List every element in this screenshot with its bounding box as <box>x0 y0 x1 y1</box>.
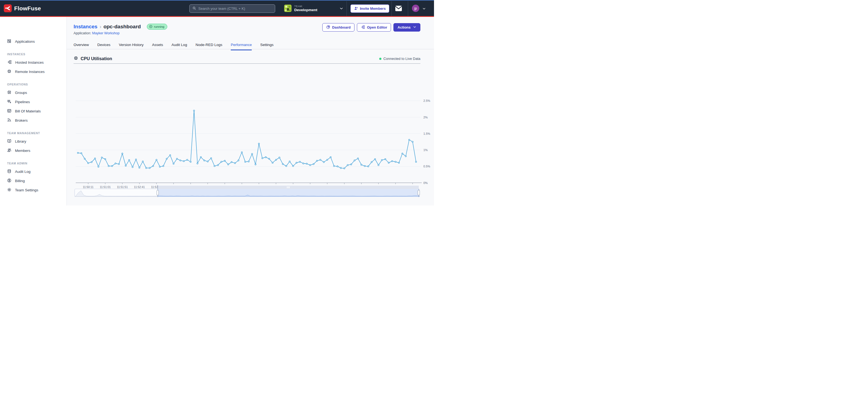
y-axis-label: 1% <box>423 148 428 151</box>
brush-left-handle[interactable] <box>157 190 159 195</box>
data-point <box>374 159 376 160</box>
data-point <box>176 158 178 160</box>
sidebar-item-library[interactable]: Library <box>0 137 66 146</box>
breadcrumb-separator: › <box>100 24 101 30</box>
data-point <box>234 163 236 164</box>
data-point <box>187 159 188 161</box>
y-axis-label: 2% <box>423 116 428 119</box>
data-point <box>392 161 393 162</box>
data-point <box>381 160 382 161</box>
data-point <box>94 158 96 159</box>
x-axis-label: 11:50:11 <box>83 185 93 189</box>
header-buttons: Dashboard Open Editor Actions <box>322 23 421 32</box>
data-point <box>152 166 154 167</box>
brush-right-handle[interactable] <box>418 190 420 195</box>
brush-selection[interactable] <box>158 189 419 197</box>
data-point <box>146 167 147 169</box>
sidebar-item-applications[interactable]: Applications <box>0 37 66 46</box>
dashboard-button[interactable]: Dashboard <box>322 23 354 32</box>
data-point <box>299 161 301 163</box>
data-point <box>159 166 161 167</box>
search-input[interactable] <box>198 6 272 11</box>
data-point <box>279 157 280 158</box>
sidebar-item-team-settings[interactable]: Team Settings <box>0 185 66 195</box>
data-point <box>361 164 362 166</box>
brush-grip-icon[interactable] <box>288 186 288 189</box>
actions-button[interactable]: Actions <box>394 23 421 32</box>
team-name: Development <box>294 8 317 12</box>
sidebar-item-groups[interactable]: Groups <box>0 88 66 97</box>
breadcrumb-instances-link[interactable]: Instances <box>73 24 97 30</box>
data-point <box>323 162 324 163</box>
data-point <box>398 162 400 164</box>
user-avatar[interactable]: jp <box>412 5 419 12</box>
data-point <box>112 166 113 167</box>
data-point <box>306 163 308 164</box>
data-point <box>118 164 120 165</box>
team-chevron-down-icon[interactable] <box>339 6 343 11</box>
avatar-initials: jp <box>414 6 417 10</box>
data-point <box>135 159 137 160</box>
data-point <box>197 163 198 164</box>
chip-icon <box>7 69 11 74</box>
rss-icon <box>7 118 11 123</box>
data-point <box>402 153 403 154</box>
open-editor-button[interactable]: Open Editor <box>357 23 391 32</box>
flowfuse-logo-icon[interactable] <box>4 4 12 12</box>
data-point <box>122 153 123 154</box>
sidebar-item-billing[interactable]: Billing <box>0 176 66 185</box>
applications-icon <box>7 39 11 44</box>
data-point <box>227 164 229 165</box>
brush-grip-icon[interactable] <box>287 186 287 189</box>
sidebar-item-label: Groups <box>15 91 27 95</box>
sidebar-item-bill-of-materials[interactable]: Bill Of Materials <box>0 106 66 116</box>
invite-members-button[interactable]: Invite Members <box>350 4 389 13</box>
sidebar-item-brokers[interactable]: Brokers <box>0 116 66 125</box>
data-point <box>217 164 219 166</box>
data-point <box>180 160 181 161</box>
sidebar-item-hosted-instances[interactable]: Hosted Instances <box>0 58 66 67</box>
mail-icon[interactable] <box>395 5 402 12</box>
open-editor-button-label: Open Editor <box>367 25 387 29</box>
data-point <box>166 158 167 160</box>
actions-button-label: Actions <box>398 25 410 29</box>
sidebar-item-audit-log[interactable]: Audit Log <box>0 167 66 176</box>
sidebar-section-header: OPERATIONS <box>7 83 66 86</box>
data-point <box>132 166 133 168</box>
data-point <box>285 166 287 167</box>
data-point <box>193 110 195 111</box>
team-search[interactable] <box>189 4 275 13</box>
sidebar-item-pipelines[interactable]: Pipelines <box>0 97 66 106</box>
bom-icon <box>7 109 11 114</box>
user-plus-icon <box>354 6 358 11</box>
data-point <box>245 161 246 163</box>
data-point <box>238 160 239 161</box>
sidebar-item-members[interactable]: Members <box>0 146 66 155</box>
sidebar-item-remote-instances[interactable]: Remote Instances <box>0 67 66 76</box>
data-point <box>358 158 359 159</box>
data-point <box>275 159 277 161</box>
data-point <box>409 139 410 140</box>
data-point <box>347 164 348 166</box>
data-point <box>98 166 99 167</box>
play-circle-icon <box>149 25 153 29</box>
user-menu-chevron-down-icon[interactable] <box>422 6 426 11</box>
live-status: Connected to Live Data <box>379 57 421 61</box>
application-link[interactable]: Mayker Workshop <box>92 31 120 35</box>
sidebar-item-label: Team Settings <box>15 188 38 192</box>
x-axis-label: 11:51:01 <box>100 185 111 189</box>
data-point <box>190 161 191 163</box>
nav-divider <box>408 1 408 16</box>
data-point <box>221 161 222 163</box>
pipelines-icon <box>7 99 11 105</box>
sidebar-item-label: Billing <box>15 179 25 183</box>
data-point <box>272 162 273 164</box>
data-point <box>364 166 366 167</box>
team-selector[interactable]: TEAM: Development <box>284 1 317 16</box>
brush-grip-icon[interactable] <box>289 186 289 189</box>
data-point <box>344 168 345 169</box>
sidebar: ApplicationsINSTANCESHosted InstancesRem… <box>0 17 67 205</box>
sidebar-item-label: Members <box>15 149 30 153</box>
data-point <box>163 166 164 167</box>
data-point <box>354 160 355 161</box>
